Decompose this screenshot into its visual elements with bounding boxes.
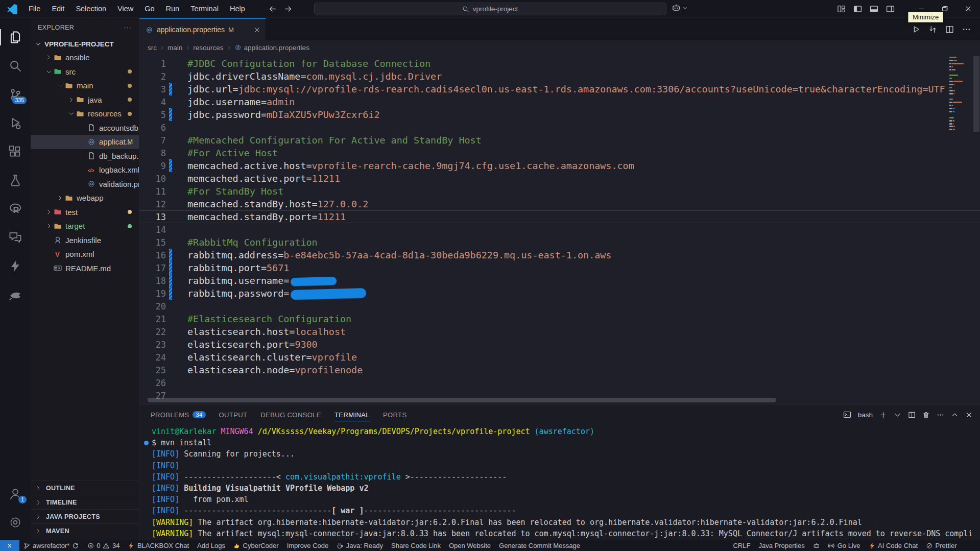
tree-item-src[interactable]: src — [31, 65, 139, 79]
section-timeline[interactable]: TIMELINE — [31, 495, 139, 509]
status-improve-code[interactable]: Improve Code — [283, 540, 333, 551]
more-actions-icon[interactable]: ··· — [124, 24, 132, 31]
status-remote[interactable] — [0, 540, 19, 551]
tree-item-readme-md[interactable]: README.md — [31, 261, 139, 276]
status-add-logs[interactable]: Add Logs — [193, 540, 229, 551]
tab-application-properties[interactable]: application.properties M — [139, 18, 266, 40]
section-java-projects[interactable]: JAVA PROJECTS — [31, 509, 139, 523]
run-debug-icon[interactable] — [0, 109, 31, 137]
code-line-1: 1#JDBC Configutation for Database Connec… — [139, 57, 980, 70]
tree-item-applicat-[interactable]: applicat...M — [31, 135, 139, 149]
terminal-dropdown-icon[interactable] — [894, 411, 901, 419]
menu-selection[interactable]: Selection — [70, 0, 112, 17]
toggle-panel-icon[interactable] — [868, 3, 880, 15]
status-share-code-link[interactable]: Share Code Link — [387, 540, 445, 551]
breadcrumb-file[interactable]: application.properties — [244, 44, 309, 52]
status-cybercoder[interactable]: CyberCoder — [229, 540, 283, 551]
tree-item-resources[interactable]: resources — [31, 107, 139, 121]
command-decoration-dot[interactable] — [144, 441, 149, 445]
tree-item-target[interactable]: target — [31, 219, 139, 233]
tree-item-webapp[interactable]: webapp — [31, 191, 139, 205]
tree-item-pom-xml[interactable]: Vpom.xml — [31, 247, 139, 261]
menu-terminal[interactable]: Terminal — [185, 0, 224, 17]
status-generate-commit-message[interactable]: Generate Commit Message — [495, 540, 584, 551]
tree-item-logback-xml[interactable]: </>logback.xml — [31, 163, 139, 177]
close-window-button[interactable] — [957, 0, 980, 17]
split-editor-icon[interactable] — [945, 25, 954, 34]
customize-layout-icon[interactable] — [835, 3, 847, 15]
code-editor[interactable]: 1#JDBC Configutation for Database Connec… — [139, 55, 980, 404]
testing-icon[interactable] — [0, 166, 31, 195]
status-blackbox-chat[interactable]: BLACKBOX Chat — [124, 540, 193, 551]
thunder-icon[interactable] — [0, 252, 31, 280]
close-icon[interactable] — [254, 27, 260, 33]
copilot-menu[interactable] — [672, 3, 688, 12]
vertical-scrollbar[interactable] — [973, 56, 979, 132]
section-maven[interactable]: MAVEN — [31, 523, 139, 538]
menu-file[interactable]: File — [23, 0, 46, 17]
search-icon[interactable] — [0, 52, 31, 80]
status-robot[interactable] — [809, 540, 824, 551]
panel-tab-debug-console[interactable]: DEBUG CONSOLE — [260, 404, 321, 425]
files-icon[interactable] — [0, 23, 31, 52]
settings-gear-icon[interactable] — [0, 508, 31, 537]
minimap[interactable] — [949, 57, 972, 138]
extensions-icon[interactable] — [0, 137, 31, 166]
tree-item-main[interactable]: main — [31, 79, 139, 93]
source-control-icon[interactable]: 335 — [0, 80, 31, 109]
project-root-row[interactable]: VPROFILE-PROJECT — [31, 37, 139, 51]
menu-run[interactable]: Run — [160, 0, 185, 17]
tree-item-jenkinsfile[interactable]: Jenkinsfile — [31, 233, 139, 248]
panel-tab-terminal[interactable]: TERMINAL — [334, 404, 370, 425]
maximize-panel-icon[interactable] — [951, 411, 959, 419]
equals-token: = — [278, 250, 283, 260]
comments-icon[interactable] — [0, 223, 31, 252]
status-problems[interactable]: 034 — [83, 540, 124, 551]
breadcrumb-segment[interactable]: src — [148, 44, 157, 52]
tree-item-validation-pro-[interactable]: validation.pro... — [31, 177, 139, 191]
r-lang-icon[interactable]: R — [0, 195, 31, 223]
whale-icon[interactable] — [0, 280, 31, 309]
section-outline[interactable]: OUTLINE — [31, 481, 139, 495]
menu-help[interactable]: Help — [224, 0, 251, 17]
more-actions-icon[interactable] — [937, 411, 944, 419]
tree-item-accountsdb-sql[interactable]: accountsdb.sql — [31, 121, 139, 135]
toggle-sidebar-icon[interactable] — [852, 3, 864, 15]
tree-item-ansible[interactable]: ansible — [31, 51, 139, 65]
forward-arrow-icon[interactable] — [284, 5, 293, 13]
status-notifications[interactable] — [961, 540, 976, 551]
more-actions-icon[interactable] — [962, 25, 971, 34]
panel-tab-output[interactable]: OUTPUT — [219, 404, 248, 425]
breadcrumb-segment[interactable]: main — [168, 44, 182, 52]
status-prettier[interactable]: Prettier — [922, 540, 961, 551]
tree-item-db-backup-sql[interactable]: db_backup.sql — [31, 149, 139, 163]
run-button[interactable] — [912, 25, 920, 34]
menu-edit[interactable]: Edit — [46, 0, 70, 17]
status-open-website[interactable]: Open Website — [445, 540, 495, 551]
split-terminal-icon[interactable] — [908, 411, 916, 419]
status-language-mode[interactable]: Java Properties — [754, 540, 808, 551]
status-java-ready[interactable]: Java: Ready — [332, 540, 387, 551]
account-icon[interactable]: 1 — [0, 480, 31, 508]
terminal-output[interactable]: vinit@Karlekar MINGW64 /d/VKsssss/Veekay… — [139, 425, 980, 540]
breadcrumb-segment[interactable]: resources — [193, 44, 223, 52]
back-arrow-icon[interactable] — [268, 5, 277, 13]
kill-terminal-icon[interactable] — [922, 411, 930, 419]
status-eol[interactable]: CRLF — [729, 540, 754, 551]
status-ai-code-chat[interactable]: AI Code Chat — [865, 540, 922, 551]
menu-view[interactable]: View — [112, 0, 139, 17]
status-go-live[interactable]: Go Live — [824, 540, 864, 551]
menu-go[interactable]: Go — [139, 0, 160, 17]
panel-tab-problems[interactable]: PROBLEMS34 — [151, 404, 206, 425]
tree-item-java[interactable]: java — [31, 93, 139, 107]
status-git-branch[interactable]: awsrefactor* — [19, 540, 83, 551]
panel-tab-ports[interactable]: PORTS — [383, 404, 407, 425]
workbench: 335R1 EXPLORER ··· VPROFILE-PROJECT ansi… — [0, 18, 980, 540]
toggle-secondary-sidebar-icon[interactable] — [885, 3, 896, 15]
horizontal-scrollbar[interactable] — [148, 398, 776, 402]
tree-item-test[interactable]: test — [31, 205, 139, 220]
close-panel-icon[interactable] — [965, 411, 973, 419]
new-terminal-button[interactable] — [879, 411, 887, 419]
command-center-search[interactable]: vprofile-project — [314, 3, 666, 15]
run-or-debug-icon[interactable] — [928, 25, 937, 34]
